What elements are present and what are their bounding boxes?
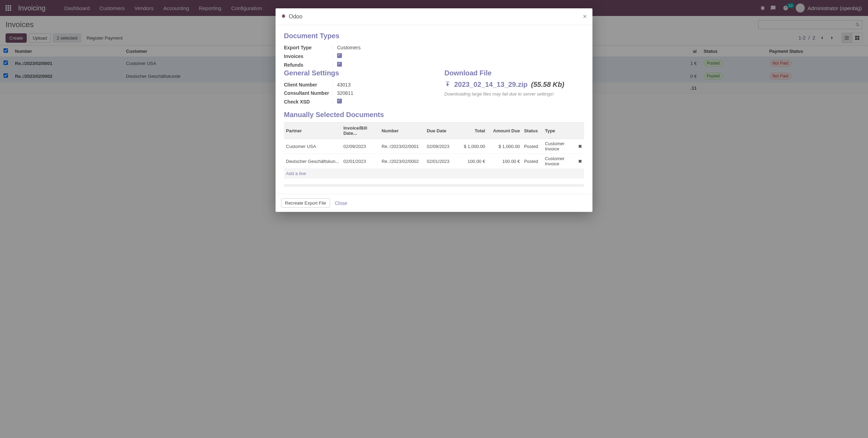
refunds-checkbox[interactable]: [337, 62, 342, 67]
close-button[interactable]: Close: [335, 200, 347, 206]
download-size: (55.58 Kb): [531, 81, 564, 89]
dcol-total[interactable]: Total: [456, 123, 487, 139]
consultant-number-value: 320811: [333, 90, 424, 96]
dcol-date[interactable]: Invoice/Bill Date...: [341, 123, 379, 139]
document-row[interactable]: Customer USA 02/09/2023 Re.:/2023/02/000…: [284, 139, 584, 154]
client-number-label: Client Number: [284, 82, 333, 88]
modal-title: Odoo: [289, 14, 583, 20]
section-general-settings: General Settings: [284, 69, 424, 77]
check-xsd-checkbox[interactable]: [337, 99, 342, 104]
dcol-amount-due[interactable]: Amount Due: [487, 123, 522, 139]
document-row[interactable]: Deutscher Geschäftskun... 02/01/2023 Re.…: [284, 154, 584, 169]
add-line-button[interactable]: Add a line: [284, 169, 584, 179]
download-note: Downloading large files may fail due to …: [444, 91, 584, 97]
section-download-file: Download File: [444, 69, 584, 77]
modal-backdrop: Odoo × Document Types Export Type Custom…: [0, 0, 868, 438]
dcol-type[interactable]: Type: [543, 123, 576, 139]
dcol-number[interactable]: Number: [379, 123, 425, 139]
invoices-checkbox[interactable]: [337, 53, 342, 58]
consultant-number-label: Consultant Number: [284, 90, 333, 96]
bug-icon: [281, 14, 286, 19]
download-link[interactable]: 2023_02_14_13_29.zip: [454, 81, 527, 89]
section-manual-documents: Manually Selected Documents: [284, 111, 584, 119]
modal-dialog: Odoo × Document Types Export Type Custom…: [276, 8, 592, 212]
refunds-label: Refunds: [284, 62, 333, 68]
check-xsd-label: Check XSD: [284, 99, 333, 105]
horizontal-scrollbar[interactable]: [284, 184, 584, 187]
invoices-label: Invoices: [284, 53, 333, 59]
delete-row-icon[interactable]: ✖: [576, 139, 584, 154]
recreate-export-button[interactable]: Recreate Export File: [281, 198, 330, 208]
close-icon[interactable]: ×: [583, 13, 587, 20]
export-type-value: Customers: [333, 45, 584, 50]
dcol-status[interactable]: Status: [522, 123, 543, 139]
download-icon: [444, 81, 451, 89]
dcol-partner[interactable]: Partner: [284, 123, 341, 139]
delete-row-icon[interactable]: ✖: [576, 154, 584, 169]
export-type-label: Export Type: [284, 45, 333, 50]
client-number-value: 43013: [333, 82, 424, 88]
section-document-types: Document Types: [284, 32, 584, 40]
dcol-due[interactable]: Due Date: [425, 123, 456, 139]
documents-table: Partner Invoice/Bill Date... Number Due …: [284, 122, 584, 179]
